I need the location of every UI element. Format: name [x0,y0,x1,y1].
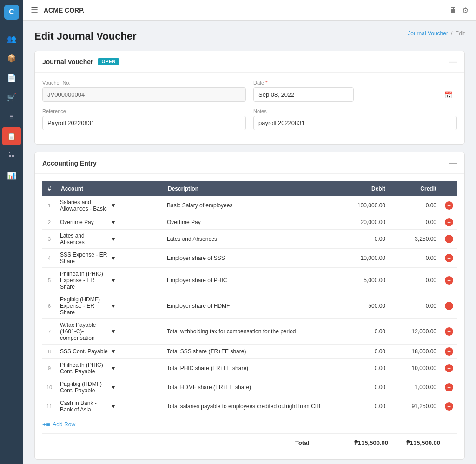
description-cell[interactable]: Total withholding tax for compensation f… [163,319,334,345]
remove-cell[interactable]: – [441,319,457,345]
debit-cell: 0.00 [334,359,390,378]
row-num: 2 [42,215,56,230]
account-dropdown-icon[interactable]: ▼ [111,328,159,335]
account-dropdown-icon[interactable]: ▼ [111,202,159,209]
row-num: 11 [42,397,56,416]
remove-button[interactable]: – [445,276,453,285]
add-row-button[interactable]: +≡ Add Row [42,416,75,433]
sidebar-item-documents[interactable]: 📄 [2,69,21,86]
accounting-title: Accounting Entry [42,159,97,167]
description-cell[interactable]: Basic Salary of employees [163,196,334,215]
reference-input[interactable] [42,116,246,130]
sidebar-item-dashboard[interactable]: 👥 [2,30,21,47]
accounting-table: # Account Description Debit Credit 1 [42,181,457,416]
account-cell: Philhealth (PHIC) Expense - ER Share ▼ [56,268,163,293]
account-dropdown-icon[interactable]: ▼ [111,348,159,355]
breadcrumb-link[interactable]: Journal Voucher [408,30,448,37]
add-row-icon: +≡ [42,421,50,428]
description-cell[interactable]: Total SSS share (ER+EE share) [163,345,334,359]
remove-cell[interactable]: – [441,268,457,293]
account-dropdown-icon[interactable]: ▼ [111,277,159,284]
date-input[interactable] [253,87,354,102]
table-row: 2 Overtime Pay ▼ Overtime Pay 20,000.00 … [42,215,457,230]
description-cell[interactable]: Overtime Pay [163,215,334,230]
description-cell[interactable]: Employer share of SSS [163,249,334,268]
account-dropdown-icon[interactable]: ▼ [111,236,159,242]
accounting-collapse-icon[interactable]: — [449,158,457,168]
debit-cell: 500.00 [334,293,390,319]
remove-button[interactable]: – [445,254,453,262]
account-cell: Philhealth (PHIC) Cont. Payable ▼ [56,359,163,378]
account-dropdown-icon[interactable]: ▼ [111,303,159,309]
credit-cell: 1,000.00 [390,378,441,397]
sidebar-item-inventory[interactable]: 📦 [2,49,21,67]
remove-button[interactable]: – [445,235,453,243]
remove-cell[interactable]: – [441,196,457,215]
account-cell: SSS Cont. Payable ▼ [56,345,163,359]
remove-button[interactable]: – [445,327,453,336]
account-dropdown-icon[interactable]: ▼ [111,219,159,225]
status-badge: OPEN [98,58,119,65]
remove-cell[interactable]: – [441,230,457,249]
remove-button[interactable]: – [445,402,453,411]
account-dropdown-icon[interactable]: ▼ [111,365,159,371]
account-dropdown-icon[interactable]: ▼ [111,384,159,391]
account-dropdown-icon[interactable]: ▼ [111,403,159,410]
credit-cell: 0.00 [390,215,441,230]
calendar-icon[interactable]: 📅 [444,91,452,99]
form-row-2: Reference Notes [42,108,457,130]
add-row-label: Add Row [53,421,75,428]
description-cell[interactable]: Lates and Absences [163,230,334,249]
card-header: Journal Voucher OPEN — [35,51,464,73]
remove-button[interactable]: – [445,383,453,391]
remove-cell[interactable]: – [441,378,457,397]
table-row: 5 Philhealth (PHIC) Expense - ER Share ▼… [42,268,457,293]
row-num: 4 [42,249,56,268]
account-dropdown-icon[interactable]: ▼ [111,255,159,261]
account-cell: Pagibig (HDMF) Expense - ER Share ▼ [56,293,163,319]
remove-button[interactable]: – [445,302,453,310]
row-num: 8 [42,345,56,359]
menu-icon[interactable]: ☰ [31,5,38,15]
account-cell: Salaries and Allowances - Basic ▼ [56,196,163,215]
row-num: 1 [42,196,56,215]
description-cell[interactable]: Total PHIC share (ER+EE share) [163,359,334,378]
debit-cell: 20,000.00 [334,215,390,230]
card-title: Journal Voucher OPEN [42,58,119,66]
card-body: Voucher No. Date * 📅 [35,73,464,144]
remove-cell[interactable]: – [441,359,457,378]
breadcrumb-current: Edit [455,30,465,37]
remove-button[interactable]: – [445,218,453,226]
monitor-icon[interactable]: 🖥 [449,6,456,14]
remove-cell[interactable]: – [441,215,457,230]
remove-cell[interactable]: – [441,397,457,416]
description-cell[interactable]: Total HDMF share (ER+EE share) [163,378,334,397]
remove-button[interactable]: – [445,364,453,372]
page-title: Edit Journal Voucher [34,30,137,42]
th-description: Description [163,181,334,196]
sidebar-item-accounts[interactable]: 🏛 [2,147,21,165]
remove-cell[interactable]: – [441,345,457,359]
sidebar-item-reports[interactable]: 📊 [2,166,21,184]
form-row-1: Voucher No. Date * 📅 [42,80,457,102]
page-header: Edit Journal Voucher Journal Voucher / E… [34,30,465,42]
remove-cell[interactable]: – [441,293,457,319]
reference-label: Reference [42,108,246,114]
collapse-icon[interactable]: — [449,57,457,66]
total-debit: ₱135,500.00 [337,439,397,446]
account-name: Philhealth (PHIC) Expense - ER Share [60,271,109,290]
th-num: # [42,181,56,196]
remove-button[interactable]: – [445,347,453,356]
sidebar-item-list[interactable]: ≡ [2,108,21,126]
notes-input[interactable] [253,116,457,130]
gear-icon[interactable]: ⚙ [462,6,469,15]
account-cell: W/tax Payable (1601-C)- compensation ▼ [56,319,163,345]
table-row: 10 Pag-ibig (HDMF) Cont. Payable ▼ Total… [42,378,457,397]
remove-cell[interactable]: – [441,249,457,268]
sidebar-item-orders[interactable]: 🛒 [2,88,21,106]
description-cell[interactable]: Total salaries payable to employees cred… [163,397,334,416]
description-cell[interactable]: Employer share of HDMF [163,293,334,319]
description-cell[interactable]: Employer share of PHIC [163,268,334,293]
remove-button[interactable]: – [445,201,453,210]
sidebar-item-journal[interactable]: 📋 [2,127,21,145]
